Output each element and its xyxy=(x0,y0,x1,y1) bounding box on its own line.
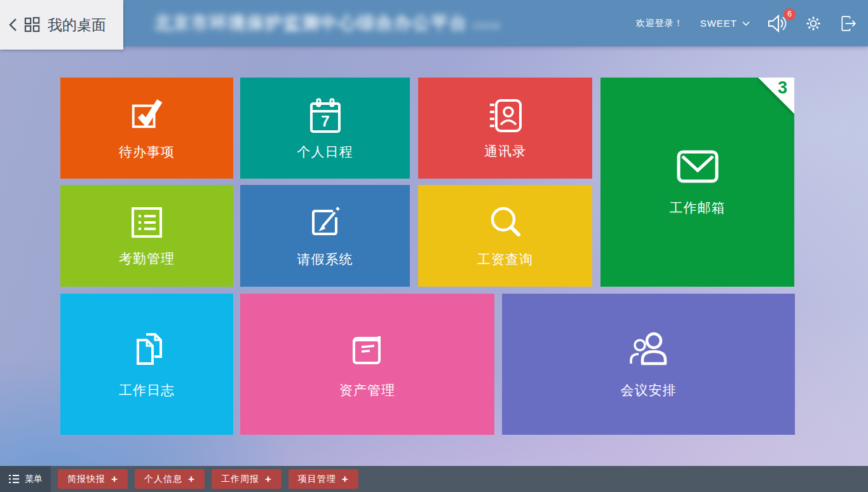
grid-icon xyxy=(24,17,41,33)
taskbar: 菜单 简报快报 + 个人信息 + 工作周报 + 项目管理 + xyxy=(0,466,868,492)
tile-attendance[interactable]: 考勤管理 xyxy=(60,185,233,287)
tile-label: 工作日志 xyxy=(119,381,175,399)
attendance-list-icon xyxy=(128,204,165,241)
taskbar-button-label: 简报快报 xyxy=(67,474,105,485)
logout-button[interactable] xyxy=(839,15,857,32)
calendar-day: 7 xyxy=(321,113,329,130)
people-icon xyxy=(626,329,672,369)
contacts-icon xyxy=(485,97,525,135)
logout-icon xyxy=(839,15,857,32)
edit-icon xyxy=(306,203,344,242)
menu-list-icon xyxy=(8,474,20,484)
menu-button[interactable]: 菜单 xyxy=(0,466,51,492)
search-icon xyxy=(486,203,524,242)
mail-icon xyxy=(676,148,719,184)
menu-label: 菜单 xyxy=(25,474,43,485)
tile-contacts[interactable]: 通讯录 xyxy=(418,78,592,179)
tile-assets[interactable]: 资产管理 xyxy=(240,294,494,435)
plus-icon: + xyxy=(342,474,349,484)
plus-icon: + xyxy=(188,474,195,484)
notification-badge: 6 xyxy=(783,8,796,20)
tile-schedule[interactable]: 7 个人日程 xyxy=(240,78,410,179)
username: SWEET xyxy=(700,18,737,29)
app-title-text: 北京市环境保护监测中心综合办公平台 xyxy=(154,13,468,32)
workspace-title: 我的桌面 xyxy=(48,15,106,35)
tile-label: 会议安排 xyxy=(621,381,677,399)
tile-worklog[interactable]: 工作日志 xyxy=(60,294,233,435)
taskbar-button-briefing[interactable]: 简报快报 + xyxy=(58,469,128,489)
welcome-text: 欢迎登录！ xyxy=(636,18,684,29)
chevron-down-icon xyxy=(742,21,750,26)
workspace-switcher[interactable]: 我的桌面 xyxy=(0,0,123,50)
corner-fold xyxy=(758,78,794,114)
top-bar: 北京市环境保护监测中心综合办公平台V2016 欢迎登录！ SWEET 6 xyxy=(0,0,868,46)
tile-label: 考勤管理 xyxy=(119,250,175,268)
tile-label: 工资查询 xyxy=(477,250,533,268)
plus-icon: + xyxy=(111,474,118,484)
calendar-icon: 7 xyxy=(306,96,344,135)
gear-icon xyxy=(804,15,822,32)
tile-mail[interactable]: 3 工作邮箱 xyxy=(600,78,794,287)
tile-label: 请假系统 xyxy=(297,250,353,268)
tile-label: 通讯录 xyxy=(484,142,526,160)
taskbar-button-label: 个人信息 xyxy=(144,474,182,485)
notifications-button[interactable]: 6 xyxy=(766,14,788,33)
settings-button[interactable] xyxy=(804,15,822,32)
tile-label: 资产管理 xyxy=(339,381,395,399)
taskbar-button-label: 工作周报 xyxy=(221,474,259,485)
mail-badge: 3 xyxy=(778,79,787,97)
tile-leave[interactable]: 请假系统 xyxy=(240,185,410,287)
taskbar-button-weekly-report[interactable]: 工作周报 + xyxy=(212,469,281,489)
tile-meeting[interactable]: 会议安排 xyxy=(502,294,795,435)
taskbar-button-label: 项目管理 xyxy=(298,474,336,485)
tile-todo[interactable]: 待办事项 xyxy=(60,78,233,179)
top-right-cluster: 欢迎登录！ SWEET 6 xyxy=(636,0,857,46)
documents-icon xyxy=(127,329,166,369)
back-chevron-icon xyxy=(9,18,17,32)
todo-check-icon xyxy=(127,96,166,133)
user-menu[interactable]: SWEET xyxy=(700,18,750,29)
tile-label: 工作邮箱 xyxy=(670,199,726,217)
taskbar-button-personal-info[interactable]: 个人信息 + xyxy=(135,469,205,489)
plus-icon: + xyxy=(265,474,272,484)
ledger-icon xyxy=(348,329,387,369)
app-title: 北京市环境保护监测中心综合办公平台V2016 xyxy=(154,11,500,34)
tile-salary[interactable]: 工资查询 xyxy=(418,185,592,287)
app-version: V2016 xyxy=(473,21,500,31)
taskbar-button-project-management[interactable]: 项目管理 + xyxy=(288,469,358,489)
tile-label: 待办事项 xyxy=(119,143,175,161)
tile-label: 个人日程 xyxy=(297,143,353,161)
